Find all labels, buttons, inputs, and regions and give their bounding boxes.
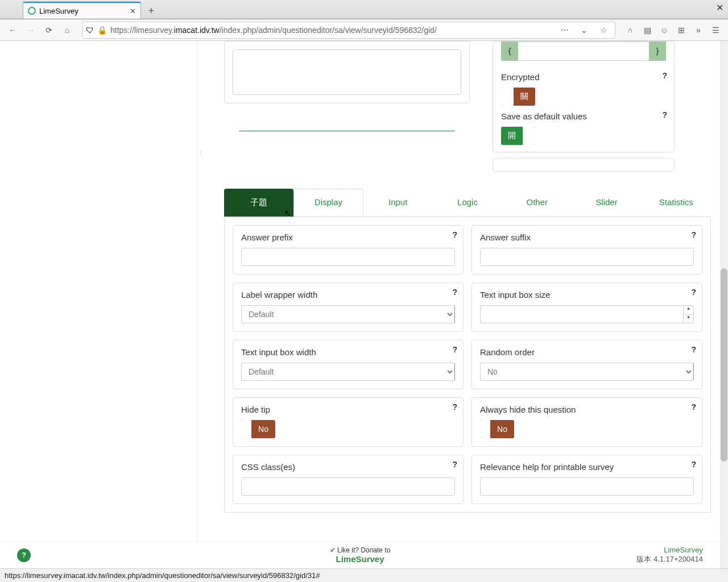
bookmark-star-icon[interactable]: ☆ [595,22,611,38]
toggle-state: No [251,420,275,438]
status-url: https://limesurvey.imacat.idv.tw/index.p… [5,571,320,580]
save-default-label: Save as default values [501,111,587,121]
save-default-toggle[interactable]: 開 [501,127,535,145]
help-icon[interactable]: ? [452,288,457,297]
help-icon[interactable]: ? [662,110,667,119]
tab-slider[interactable]: Slider [572,189,641,217]
tab-statistics[interactable]: Statistics [642,189,711,217]
vertical-scrollbar[interactable] [720,41,728,568]
sidebar-border [197,41,197,568]
help-icon[interactable]: ? [452,230,457,239]
toggle-state: 關 [514,88,535,106]
tab-logic[interactable]: Logic [433,189,502,217]
browser-chrome: LimeSurvey ✕ + ✕ ← → ⟳ ⌂ 🛡 🔒 https://lim… [0,0,728,41]
help-icon[interactable]: ? [691,345,696,354]
toggle-state: No [490,420,514,438]
help-bubble-icon[interactable]: ? [17,548,31,562]
browser-tab[interactable]: LimeSurvey ✕ [23,2,141,19]
forward-button[interactable]: → [23,22,39,38]
always-hide-toggle[interactable]: No [480,420,514,438]
number-spinner[interactable]: ▲▼ [683,305,694,323]
spin-up-icon: ▲ [684,306,693,315]
opt-answer-prefix: Answer prefix ? [233,225,464,275]
relevance-textarea[interactable] [518,41,649,61]
opt-text-box-width: Text input box width ? Default [233,340,464,389]
label: Random order [480,347,694,357]
pocket-icon[interactable]: ⌄ [576,22,592,38]
opt-answer-suffix: Answer suffix ? [471,225,702,275]
text-box-size-input[interactable] [480,305,683,323]
home-button[interactable]: ⌂ [59,22,75,38]
reload-button[interactable]: ⟳ [41,22,57,38]
label: Label wrapper width [241,290,455,300]
status-bar: https://limesurvey.imacat.idv.tw/index.p… [0,568,728,582]
label: Hide tip [241,405,455,414]
close-window-icon[interactable]: ✕ [716,2,723,13]
encrypted-label: Encrypted [501,72,540,82]
css-class-input[interactable] [241,477,455,496]
spin-down-icon: ▼ [684,315,693,323]
library-icon[interactable]: ⑃ [622,22,638,38]
hide-tip-toggle[interactable]: No [241,420,275,438]
donate-link[interactable]: ✔ Like it? Donate to LimeSurvey [330,546,391,564]
tab-subquestions[interactable]: 子題 ↖ [224,189,293,217]
tab-bar: LimeSurvey ✕ + ✕ [0,0,728,19]
opt-random-order: Random order ? No [471,340,702,389]
opt-relevance-help: Relevance help for printable survey ? [471,455,702,504]
shield-icon[interactable]: 🛡 [86,26,94,35]
random-order-select[interactable]: No [480,363,694,381]
reader-icon[interactable]: ▤ [639,22,655,38]
version-text: 版本 4.1.17+200414 [636,554,703,564]
tab-title: LimeSurvey [39,7,78,15]
extensions-icon[interactable]: ⊞ [673,22,689,38]
help-icon[interactable]: ? [452,345,457,354]
help-icon[interactable]: ? [452,460,457,469]
label: Relevance help for printable survey [480,462,694,472]
close-tab-icon[interactable]: ✕ [130,7,136,15]
encrypted-toggle[interactable]: 關 [501,88,535,106]
lock-icon: 🔒 [97,26,107,35]
address-bar[interactable]: 🛡 🔒 https://limesurvey.imacat.idv.tw/ind… [82,22,615,39]
editor-textarea[interactable] [233,49,461,95]
main-content: { } Encrypted ? 關 Save as default values [224,41,711,568]
opt-label-wrapper: Label wrapper width ? Default [233,282,464,332]
tab-input[interactable]: Input [363,189,433,217]
label-wrapper-select[interactable]: Default [241,305,455,323]
back-button[interactable]: ← [5,22,20,38]
page-actions-icon[interactable]: ⋯ [557,22,573,38]
label: Always hide this question [480,405,694,414]
help-icon[interactable]: ? [691,288,696,297]
page-footer: ? ✔ Like it? Donate to LimeSurvey LimeSu… [0,541,720,568]
menu-icon[interactable]: ☰ [708,22,723,38]
opt-hide-tip: Hide tip ? No [233,397,464,447]
page-viewport: ⋮ { } Encrypted ? [0,41,728,568]
label: CSS class(es) [241,462,455,472]
overflow-icon[interactable]: » [690,22,706,38]
help-icon[interactable]: ? [452,402,457,411]
account-icon[interactable]: ☺ [656,22,672,38]
opt-text-box-size: Text input box size ? ▲▼ [471,282,702,332]
new-tab-button[interactable]: + [143,3,159,19]
toggle-state: 開 [501,127,523,145]
tab-other[interactable]: Other [502,189,572,217]
drag-handle-icon[interactable]: ⋮ [198,149,204,155]
text-box-width-select[interactable]: Default [241,363,455,381]
help-icon[interactable]: ? [662,71,667,80]
tab-display[interactable]: Display [293,189,363,217]
help-icon[interactable]: ? [691,230,696,239]
brace-left-icon: { [501,41,518,61]
help-icon[interactable]: ? [691,460,696,469]
label: Text input box width [241,347,455,357]
brace-right-icon: } [649,41,666,61]
help-icon[interactable]: ? [691,402,696,411]
favicon [28,7,36,15]
relevance-equation-input[interactable]: { } [501,41,666,61]
nav-toolbar: ← → ⟳ ⌂ 🛡 🔒 https://limesurvey.imacat.id… [0,19,728,41]
answer-suffix-input[interactable] [480,248,694,266]
relevance-help-input[interactable] [480,477,694,496]
brand-link[interactable]: LimeSurvey [636,546,703,554]
divider [239,131,455,131]
scrollbar-thumb[interactable] [721,268,727,462]
answer-prefix-input[interactable] [241,248,455,266]
editor-panel [224,41,470,103]
